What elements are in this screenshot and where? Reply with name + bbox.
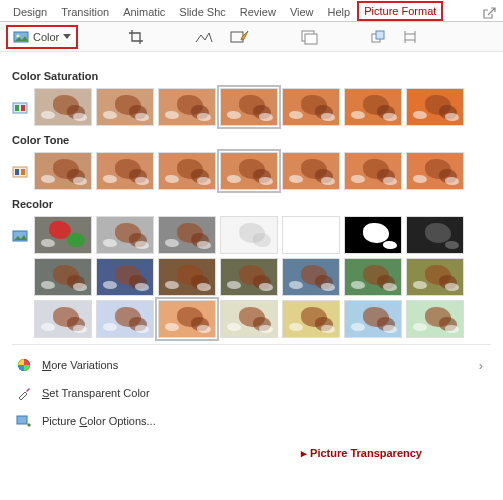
recolor-swatch-0-3[interactable] <box>220 216 278 254</box>
tone-icon <box>12 164 28 180</box>
picture-options-icon <box>16 413 32 429</box>
svg-rect-4 <box>305 34 317 44</box>
svg-rect-6 <box>376 31 384 39</box>
tab-view[interactable]: View <box>283 2 321 21</box>
picture-color-options-label: Picture Color Options... <box>42 415 156 427</box>
tone-swatch-3[interactable] <box>220 152 278 190</box>
saturation-swatch-1[interactable] <box>96 88 154 126</box>
tab-review[interactable]: Review <box>233 2 283 21</box>
set-transparent-color-item[interactable]: Set Transparent Color <box>12 379 491 407</box>
saturation-swatches <box>34 88 464 126</box>
tone-swatch-1[interactable] <box>96 152 154 190</box>
chevron-right-icon: › <box>479 358 487 373</box>
color-dropdown-panel: Color Saturation Color Tone Recolor More… <box>0 52 503 441</box>
picture-color-options-item[interactable]: Picture Color Options... <box>12 407 491 435</box>
share-icon[interactable] <box>481 5 497 21</box>
recolor-swatch-2-4[interactable] <box>282 300 340 338</box>
recolor-swatch-0-2[interactable] <box>158 216 216 254</box>
recolor-icon <box>12 228 28 244</box>
ribbon-tabbar: Design Transition Animatic Slide Shc Rev… <box>0 0 503 22</box>
saturation-swatch-3[interactable] <box>220 88 278 126</box>
section-title-saturation: Color Saturation <box>12 70 491 82</box>
recolor-swatch-0-5[interactable] <box>344 216 402 254</box>
recolor-swatch-0-0[interactable] <box>34 216 92 254</box>
eyedropper-icon <box>16 385 32 401</box>
more-variations-item[interactable]: More Variations › <box>12 351 491 379</box>
svg-rect-11 <box>15 169 19 175</box>
picture-format-toolbar: Color <box>0 22 503 52</box>
color-wheel-icon <box>16 357 32 373</box>
section-title-recolor: Recolor <box>12 198 491 210</box>
picture-transparency-link[interactable]: ▸ Picture Transparency <box>220 441 503 462</box>
recolor-grid <box>34 216 464 338</box>
recolor-swatch-0-4[interactable] <box>282 216 340 254</box>
tone-swatch-0[interactable] <box>34 152 92 190</box>
tone-swatch-4[interactable] <box>282 152 340 190</box>
align-icon[interactable] <box>402 29 418 45</box>
color-button[interactable]: Color <box>6 25 78 49</box>
tab-slideshow[interactable]: Slide Shc <box>172 2 232 21</box>
recolor-swatch-2-1[interactable] <box>96 300 154 338</box>
set-transparent-label: Set Transparent Color <box>42 387 150 399</box>
saturation-swatch-4[interactable] <box>282 88 340 126</box>
recolor-swatch-0-1[interactable] <box>96 216 154 254</box>
svg-rect-15 <box>17 416 27 424</box>
tone-swatch-6[interactable] <box>406 152 464 190</box>
recolor-swatch-0-6[interactable] <box>406 216 464 254</box>
recolor-swatch-1-5[interactable] <box>344 258 402 296</box>
recolor-swatch-1-3[interactable] <box>220 258 278 296</box>
more-variations-label: More Variations <box>42 359 118 371</box>
saturation-swatch-2[interactable] <box>158 88 216 126</box>
color-button-label: Color <box>33 31 59 43</box>
recolor-swatch-2-0[interactable] <box>34 300 92 338</box>
recolor-swatch-2-3[interactable] <box>220 300 278 338</box>
recolor-swatch-1-0[interactable] <box>34 258 92 296</box>
saturation-icon <box>12 100 28 116</box>
svg-rect-2 <box>231 32 243 42</box>
tone-swatches <box>34 152 464 190</box>
tab-help[interactable]: Help <box>321 2 358 21</box>
tone-swatch-2[interactable] <box>158 152 216 190</box>
recolor-swatch-1-1[interactable] <box>96 258 154 296</box>
section-title-tone: Color Tone <box>12 134 491 146</box>
tone-swatch-5[interactable] <box>344 152 402 190</box>
saturation-swatch-0[interactable] <box>34 88 92 126</box>
saturation-swatch-5[interactable] <box>344 88 402 126</box>
svg-rect-8 <box>15 105 19 111</box>
chevron-down-icon <box>63 34 71 39</box>
picture-style-icon[interactable] <box>300 29 320 45</box>
toolbar-group-adjust <box>194 29 250 45</box>
toolbar-group-styles <box>300 29 320 45</box>
recolor-swatch-2-5[interactable] <box>344 300 402 338</box>
edit-picture-icon[interactable] <box>230 29 250 45</box>
toolbar-group-arrange <box>370 29 418 45</box>
svg-rect-9 <box>21 105 25 111</box>
recolor-swatch-1-6[interactable] <box>406 258 464 296</box>
recolor-swatch-1-2[interactable] <box>158 258 216 296</box>
bring-forward-icon[interactable] <box>370 29 386 45</box>
saturation-swatch-6[interactable] <box>406 88 464 126</box>
crop-icon[interactable] <box>128 29 144 45</box>
picture-outline-icon[interactable] <box>194 29 214 45</box>
recolor-swatch-1-4[interactable] <box>282 258 340 296</box>
toolbar-group-crop <box>128 29 144 45</box>
svg-rect-12 <box>21 169 25 175</box>
recolor-swatch-2-6[interactable] <box>406 300 464 338</box>
tab-animations[interactable]: Animatic <box>116 2 172 21</box>
recolor-swatch-2-2[interactable] <box>158 300 216 338</box>
tab-picture-format[interactable]: Picture Format <box>357 1 443 21</box>
tab-transitions[interactable]: Transition <box>54 2 116 21</box>
picture-icon <box>13 29 29 45</box>
tab-design[interactable]: Design <box>6 2 54 21</box>
